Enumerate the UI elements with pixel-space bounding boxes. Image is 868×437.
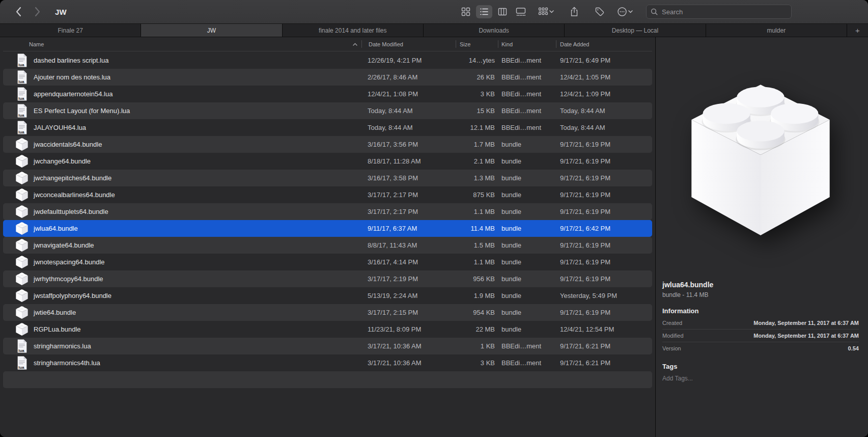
- table-row[interactable]: lua ES Perfect Layout (for Menu).lua Tod…: [3, 102, 652, 119]
- table-row[interactable]: jwdefaulttuplets64.bundle 3/17/17, 2:17 …: [3, 203, 652, 220]
- file-date-added: 9/17/21, 6:19 PM: [556, 309, 652, 316]
- table-row[interactable]: jwrhythmcopy64.bundle 3/17/17, 2:19 PM 9…: [3, 270, 652, 287]
- file-date-added: 12/4/21, 1:05 PM: [556, 73, 652, 81]
- file-kind: BBEdi…ment: [498, 73, 556, 81]
- file-date-added: 9/17/21, 6:19 PM: [556, 141, 652, 148]
- icon-view-button[interactable]: [458, 5, 474, 18]
- file-icon: [15, 154, 29, 168]
- bundle-brick-icon: [15, 289, 29, 303]
- file-date-modified: 3/17/17, 2:17 PM: [361, 191, 456, 199]
- info-label: Created: [662, 320, 682, 326]
- table-row[interactable]: jwaccidentals64.bundle 3/16/17, 3:56 PM …: [3, 136, 652, 153]
- bundle-brick-icon: [15, 306, 29, 319]
- tab-downloads[interactable]: Downloads: [424, 24, 565, 37]
- table-row[interactable]: jwtie64.bundle 3/17/17, 2:15 PM 954 KB b…: [3, 304, 652, 321]
- tag-button[interactable]: [592, 5, 608, 18]
- file-kind: BBEdi…ment: [498, 124, 556, 131]
- file-kind: bundle: [498, 309, 556, 316]
- table-row[interactable]: jwchangepitches64.bundle 3/16/17, 3:58 P…: [3, 170, 652, 186]
- bundle-brick-icon: [15, 188, 29, 202]
- tag-icon: [595, 7, 605, 17]
- tab-desktop-local[interactable]: Desktop — Local: [565, 24, 706, 37]
- info-row-modified: Modified Monday, September 11, 2017 at 6…: [662, 330, 859, 342]
- file-icon: [15, 205, 29, 218]
- table-row-selected[interactable]: jwlua64.bundle 9/11/17, 6:37 AM 11.4 MB …: [3, 220, 652, 237]
- lua-document-icon: lua: [17, 87, 27, 101]
- search-input[interactable]: [661, 8, 787, 16]
- file-date-added: 9/17/21, 6:19 PM: [556, 275, 652, 283]
- file-name: ES Perfect Layout (for Menu).lua: [34, 107, 130, 115]
- table-row[interactable]: jwstaffpolyphony64.bundle 5/13/19, 2:24 …: [3, 287, 652, 304]
- column-header-name[interactable]: Name: [3, 37, 361, 51]
- bundle-brick-icon: [15, 154, 29, 168]
- search-field[interactable]: [646, 5, 792, 19]
- new-tab-button[interactable]: +: [847, 24, 868, 37]
- list-view-button[interactable]: [476, 5, 492, 18]
- group-by-icon: [538, 7, 548, 16]
- table-row[interactable]: lua stringharmonics4th.lua 3/17/21, 10:3…: [3, 354, 652, 371]
- column-header-date-modified[interactable]: Date Modified: [361, 37, 456, 51]
- file-name: stringharmonics4th.lua: [34, 359, 100, 367]
- file-kind: BBEdi…ment: [498, 107, 556, 115]
- tab-finale-27[interactable]: Finale 27: [0, 24, 141, 37]
- file-kind: bundle: [498, 157, 556, 165]
- chevron-down-icon: [549, 10, 554, 13]
- file-kind: bundle: [498, 292, 556, 299]
- tab-jw[interactable]: JW: [141, 24, 282, 37]
- toolbar: JW: [0, 0, 868, 24]
- file-date-modified: Today, 8:44 AM: [361, 107, 456, 115]
- info-label: Modified: [662, 333, 684, 339]
- finder-window: JW: [0, 0, 868, 437]
- file-name: jwaccidentals64.bundle: [34, 141, 102, 148]
- file-name: jwdefaulttuplets64.bundle: [34, 208, 108, 215]
- preview-filename: jwlua64.bundle: [662, 281, 859, 289]
- share-button[interactable]: [566, 5, 582, 18]
- file-icon: [15, 222, 29, 235]
- more-actions-button[interactable]: [617, 5, 636, 18]
- tab-finale-2014-and-later-files[interactable]: finale 2014 and later files: [283, 24, 424, 37]
- file-name: jwconcealbarlines64.bundle: [34, 191, 115, 199]
- file-date-added: 9/17/21, 6:19 PM: [556, 208, 652, 215]
- table-row[interactable]: lua appendquarternotein54.lua 12/4/21, 1…: [3, 86, 652, 102]
- add-tags-field[interactable]: Add Tags...: [662, 375, 859, 382]
- table-row[interactable]: jwnotespacing64.bundle 3/16/17, 4:14 PM …: [3, 254, 652, 270]
- svg-text:lua: lua: [18, 63, 24, 67]
- table-row[interactable]: lua JALAYOUH64.lua Today, 8:44 AM 12.1 M…: [3, 119, 652, 136]
- column-header-date-added[interactable]: Date Added: [556, 37, 652, 51]
- gallery-view-button[interactable]: [513, 5, 529, 18]
- table-row[interactable]: lua Ajouter nom des notes.lua 2/26/17, 8…: [3, 69, 652, 86]
- file-kind: BBEdi…ment: [498, 57, 556, 64]
- file-size: 956 KB: [456, 275, 498, 283]
- table-row[interactable]: lua stringharmonics.lua 3/17/21, 10:36 A…: [3, 338, 652, 354]
- file-icon: [15, 188, 29, 202]
- file-name: RGPLua.bundle: [34, 325, 81, 333]
- file-kind: bundle: [498, 191, 556, 199]
- table-row[interactable]: lua dashed barlines script.lua 12/26/19,…: [3, 52, 652, 69]
- svg-text:lua: lua: [18, 96, 24, 101]
- column-header-size[interactable]: Size: [456, 37, 498, 51]
- table-row[interactable]: jwnavigate64.bundle 8/8/17, 11:43 AM 1.5…: [3, 237, 652, 254]
- column-view-button[interactable]: [494, 5, 511, 18]
- lua-document-icon: lua: [17, 339, 27, 353]
- info-label: Version: [662, 345, 681, 351]
- column-header-kind[interactable]: Kind: [498, 37, 556, 51]
- group-by-button[interactable]: [538, 5, 557, 18]
- file-date-modified: 8/8/17, 11:43 AM: [361, 241, 456, 249]
- file-icon: lua: [15, 70, 29, 84]
- back-button[interactable]: [12, 5, 24, 18]
- file-date-modified: 3/16/17, 3:58 PM: [361, 174, 456, 182]
- file-size: 22 MB: [456, 325, 498, 333]
- file-date-added: 12/4/21, 1:09 PM: [556, 90, 652, 98]
- tab-mulder[interactable]: mulder: [706, 24, 847, 37]
- forward-button[interactable]: [32, 5, 44, 18]
- file-kind: BBEdi…ment: [498, 90, 556, 98]
- table-row[interactable]: jwconcealbarlines64.bundle 3/17/17, 2:17…: [3, 186, 652, 203]
- more-actions-icon: [617, 7, 627, 17]
- file-name: jwstaffpolyphony64.bundle: [34, 292, 111, 299]
- table-row[interactable]: RGPLua.bundle 11/23/21, 8:09 PM 22 MB bu…: [3, 321, 652, 338]
- file-date-modified: 5/13/19, 2:24 AM: [361, 292, 456, 299]
- table-row[interactable]: jwchange64.bundle 8/18/17, 11:28 AM 2.1 …: [3, 153, 652, 170]
- file-name: Ajouter nom des notes.lua: [34, 73, 110, 81]
- file-size: 954 KB: [456, 309, 498, 316]
- file-name: jwchangepitches64.bundle: [34, 174, 111, 182]
